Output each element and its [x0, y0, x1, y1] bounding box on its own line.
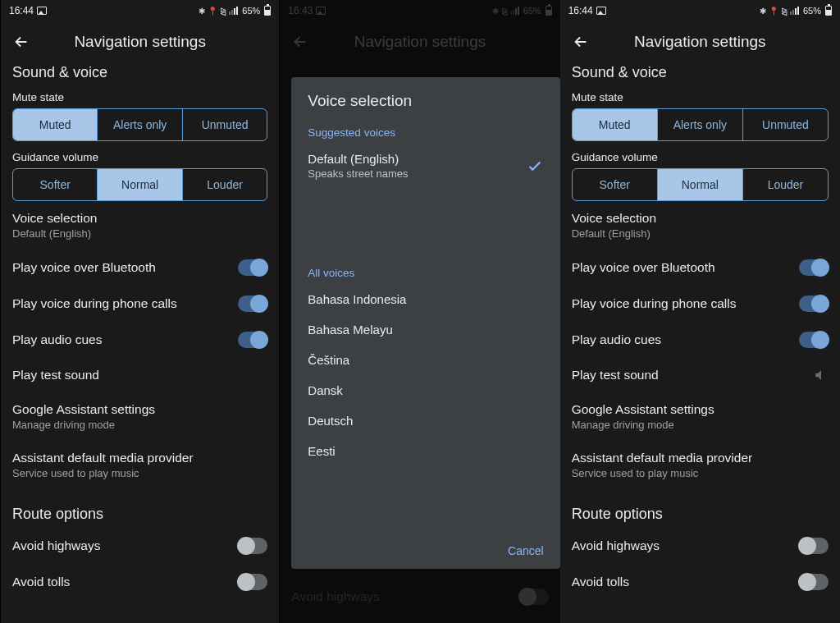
phone-calls-toggle[interactable] [238, 295, 267, 312]
voice-option[interactable]: Čeština [291, 345, 559, 375]
battery-percent: 65% [242, 6, 260, 16]
app-bar: Navigation settings [1, 20, 279, 64]
dialog-title: Voice selection [291, 92, 559, 121]
signal-icon [790, 7, 799, 15]
audio-cues-toggle[interactable] [799, 332, 829, 348]
picture-icon [37, 7, 47, 15]
screenshot-left: 16:44 ✱ 📍 ⧎ 65% Navigation settings Soun… [0, 0, 280, 623]
bluetooth-icon: ✱ [492, 7, 499, 16]
avoid-highways-row[interactable]: Avoid highways [572, 528, 829, 564]
mute-option-alerts[interactable]: Alerts only [658, 109, 743, 140]
guidance-volume-segmented: Softer Normal Louder [12, 168, 267, 201]
voice-selection-row[interactable]: Voice selection Default (English) [572, 201, 829, 250]
volume-option-softer[interactable]: Softer [13, 169, 98, 200]
guidance-volume-segmented: Softer Normal Louder [572, 168, 829, 201]
bluetooth-icon: ✱ [199, 7, 205, 16]
section-sound-voice: Sound & voice [12, 64, 267, 81]
screenshot-right: 16:44 ✱ 📍 ⧎ 65% Navigation settings Soun… [560, 0, 840, 623]
location-icon: 📍 [208, 7, 217, 16]
battery-percent: 65% [523, 6, 541, 16]
guidance-volume-label: Guidance volume [12, 151, 267, 163]
cancel-button[interactable]: Cancel [508, 544, 544, 557]
assistant-row[interactable]: Google Assistant settings Manage driving… [572, 392, 829, 441]
back-button[interactable] [12, 33, 30, 51]
signal-icon [510, 7, 519, 15]
bluetooth-icon: ✱ [760, 7, 766, 16]
voice-option[interactable]: Bahasa Melayu [291, 314, 559, 345]
page-title: Navigation settings [590, 33, 810, 51]
page-title: Navigation settings [30, 33, 249, 51]
test-sound-row[interactable]: Play test sound [572, 358, 829, 392]
status-time: 16:44 [568, 5, 593, 16]
status-bar: 16:43 ✱ ⧎ 65% [280, 0, 559, 20]
voice-selection-dialog: Voice selection Suggested voices Default… [291, 77, 559, 569]
volume-option-louder[interactable]: Louder [183, 169, 267, 200]
page-title: Navigation settings [309, 33, 530, 51]
picture-icon [316, 7, 326, 15]
status-time: 16:44 [9, 5, 34, 16]
avoid-highways-toggle [519, 589, 549, 605]
back-button[interactable] [572, 33, 590, 51]
assistant-row[interactable]: Google Assistant settings Manage driving… [12, 392, 267, 441]
signal-icon [229, 7, 238, 15]
bluetooth-row[interactable]: Play voice over Bluetooth [12, 250, 267, 286]
mute-option-alerts[interactable]: Alerts only [98, 109, 182, 140]
avoid-highways-toggle[interactable] [238, 538, 267, 554]
voice-selection-row[interactable]: Voice selection Default (English) [12, 201, 267, 250]
picture-icon [596, 7, 606, 15]
guidance-volume-label: Guidance volume [572, 151, 829, 163]
voice-option-default[interactable]: Default (English) Speaks street names [291, 144, 559, 188]
app-bar: Navigation settings [280, 20, 559, 64]
volume-option-softer[interactable]: Softer [573, 169, 658, 200]
check-icon [526, 157, 544, 175]
mute-state-label: Mute state [572, 91, 829, 103]
mute-option-muted[interactable]: Muted [13, 109, 98, 140]
battery-icon [264, 6, 271, 16]
suggested-voices-header: Suggested voices [291, 121, 559, 144]
voice-option[interactable]: Deutsch [291, 405, 559, 436]
wifi-icon: ⧎ [220, 7, 226, 16]
bluetooth-toggle[interactable] [238, 259, 267, 276]
test-sound-row[interactable]: Play test sound [12, 358, 267, 392]
voice-option[interactable]: Bahasa Indonesia [291, 284, 559, 314]
avoid-tolls-row[interactable]: Avoid tolls [572, 564, 829, 590]
mute-option-unmuted[interactable]: Unmuted [743, 109, 828, 140]
media-provider-row[interactable]: Assistant default media provider Service… [12, 441, 267, 489]
audio-cues-toggle[interactable] [238, 332, 267, 348]
section-sound-voice: Sound & voice [572, 64, 829, 81]
voice-option[interactable]: Dansk [291, 375, 559, 405]
volume-option-normal[interactable]: Normal [98, 169, 182, 200]
volume-option-normal[interactable]: Normal [658, 169, 743, 200]
bluetooth-toggle[interactable] [799, 259, 829, 276]
screenshot-middle: 16:43 ✱ ⧎ 65% Navigation settings Avoid … [280, 0, 559, 623]
wifi-icon: ⧎ [781, 7, 788, 16]
phone-calls-row[interactable]: Play voice during phone calls [12, 286, 267, 322]
volume-option-louder[interactable]: Louder [743, 169, 828, 200]
audio-cues-row[interactable]: Play audio cues [572, 322, 829, 358]
voice-option[interactable]: Eesti [291, 436, 559, 466]
avoid-highways-row[interactable]: Avoid highways [12, 528, 267, 564]
mute-state-segmented: Muted Alerts only Unmuted [572, 108, 829, 141]
battery-icon [546, 6, 552, 16]
mute-state-segmented: Muted Alerts only Unmuted [12, 108, 267, 141]
phone-calls-toggle[interactable] [799, 295, 829, 312]
bluetooth-row[interactable]: Play voice over Bluetooth [572, 250, 829, 286]
status-time: 16:43 [288, 5, 313, 16]
phone-calls-row[interactable]: Play voice during phone calls [572, 286, 829, 322]
battery-icon [825, 6, 832, 16]
mute-option-muted[interactable]: Muted [573, 109, 658, 140]
all-voices-header: All voices [291, 262, 559, 284]
mute-option-unmuted[interactable]: Unmuted [183, 109, 267, 140]
app-bar: Navigation settings [560, 20, 840, 64]
avoid-tolls-toggle[interactable] [238, 574, 267, 590]
media-provider-row[interactable]: Assistant default media provider Service… [572, 441, 829, 489]
wifi-icon: ⧎ [501, 7, 508, 16]
avoid-tolls-toggle[interactable] [799, 574, 829, 590]
avoid-highways-toggle[interactable] [799, 538, 829, 554]
voice-selection-sub: Default (English) [12, 227, 97, 240]
speaker-icon [814, 368, 829, 383]
battery-percent: 65% [803, 6, 821, 16]
avoid-tolls-row[interactable]: Avoid tolls [12, 564, 267, 590]
back-button[interactable] [291, 33, 309, 51]
audio-cues-row[interactable]: Play audio cues [12, 322, 267, 358]
